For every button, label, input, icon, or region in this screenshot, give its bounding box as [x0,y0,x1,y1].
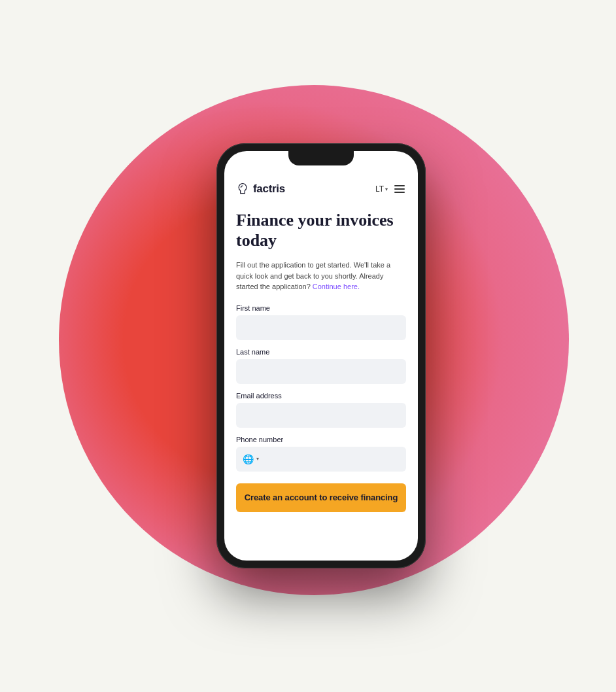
logo-text: factris [253,182,285,196]
first-name-input[interactable] [236,315,406,340]
last-name-label: Last name [236,348,406,356]
phone-frame: factris LT ▾ Fi [216,143,426,568]
email-label: Email address [236,392,406,400]
last-name-input[interactable] [236,359,406,384]
hamburger-menu[interactable] [393,184,406,194]
screen-content: factris LT ▾ Fi [224,151,418,561]
page-title: Finance your invoices today [236,210,406,251]
nav-right: LT ▾ [375,184,406,194]
phone-notch [288,151,354,165]
language-selector[interactable]: LT ▾ [375,184,388,194]
first-name-group: First name [236,304,406,340]
phone-label: Phone number [236,436,406,443]
phone-mockup: factris LT ▾ Fi [216,143,426,568]
chevron-down-icon: ▾ [385,186,388,192]
continue-link[interactable]: Continue here. [313,283,360,290]
email-group: Email address [236,392,406,428]
phone-screen: factris LT ▾ Fi [224,151,418,561]
hamburger-line-1 [394,185,405,186]
phone-group: Phone number 🌐 ▾ [236,436,406,472]
email-input[interactable] [236,403,406,428]
navbar: factris LT ▾ [236,182,406,196]
phone-country-dropdown[interactable]: ▾ [256,456,259,462]
hamburger-line-2 [394,188,405,190]
first-name-label: First name [236,304,406,312]
description-text: Fill out the application to get started.… [236,260,406,292]
logo: factris [236,182,285,196]
submit-button[interactable]: Create an account to receive financing [236,483,406,512]
language-code: LT [375,184,384,194]
last-name-group: Last name [236,348,406,384]
application-form: First name Last name Email address Phone… [236,304,406,512]
phone-input-wrapper: 🌐 ▾ [236,447,406,472]
logo-icon [236,182,249,196]
phone-flag-icon: 🌐 [243,454,254,464]
hamburger-line-3 [394,192,405,193]
